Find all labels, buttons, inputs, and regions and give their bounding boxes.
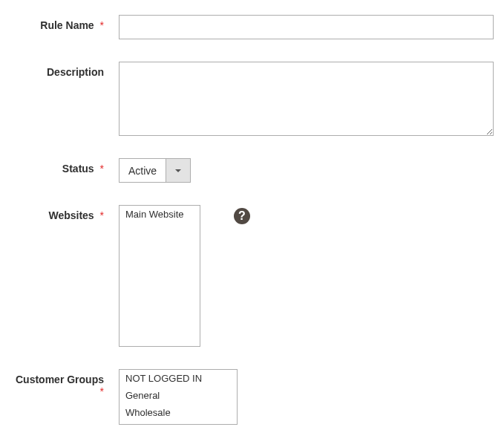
status-selected-value: Active [120,159,166,182]
customer-groups-label: Customer Groups * [7,369,119,397]
label-text: Description [47,66,104,78]
label-text: Websites [48,209,94,221]
websites-multiselect[interactable]: Main Website [119,205,200,347]
label-text: Customer Groups [16,374,104,385]
rule-name-row: Rule Name * [7,15,497,39]
customer-groups-option[interactable]: General [120,387,237,404]
status-row: Status * Active [7,158,497,183]
customer-groups-option[interactable]: NOT LOGGED IN [120,370,237,387]
required-asterisk: * [100,19,104,31]
rule-name-input[interactable] [119,15,494,39]
status-select[interactable]: Active [119,158,191,183]
customer-groups-option[interactable]: Wholesale [120,404,237,421]
websites-label: Websites * [7,205,119,221]
customer-groups-row: Customer Groups * NOT LOGGED IN General … [7,369,497,425]
customer-groups-multiselect[interactable]: NOT LOGGED IN General Wholesale [119,369,238,425]
dropdown-caret-icon[interactable] [166,159,190,182]
websites-row: Websites * Main Website ? [7,205,497,347]
websites-option[interactable]: Main Website [120,206,200,223]
description-label: Description [7,62,119,78]
rule-name-label: Rule Name * [7,15,119,31]
status-label: Status * [7,158,119,175]
description-input[interactable] [119,62,494,136]
description-row: Description [7,62,497,136]
help-icon[interactable]: ? [234,208,250,224]
required-asterisk: * [100,163,104,175]
label-text: Status [62,163,94,175]
required-asterisk: * [100,385,104,397]
required-asterisk: * [100,209,104,221]
label-text: Rule Name [40,19,94,31]
